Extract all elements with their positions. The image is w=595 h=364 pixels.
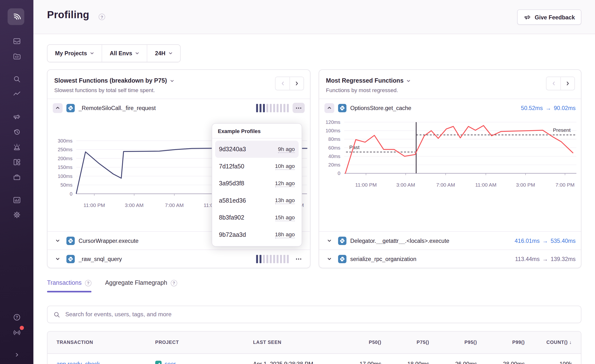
- profile-item[interactable]: 9b72aa3d 18h ago: [215, 226, 298, 243]
- expand-row-button[interactable]: [53, 254, 63, 264]
- sort-desc-icon: ↓: [569, 340, 572, 345]
- function-name: Delegator.__getattr__.<locals>.execute: [350, 237, 511, 244]
- before-value: 113.44ms: [515, 256, 539, 262]
- profile-item[interactable]: a581ed36 13h ago: [215, 192, 298, 209]
- col-last-seen[interactable]: LAST SEEN: [253, 340, 334, 345]
- slowest-functions-subtitle: Slowest functions by total self time spe…: [54, 87, 303, 93]
- row-actions-button[interactable]: [293, 254, 305, 264]
- filter-bar: My Projects All Envs 24H: [47, 44, 181, 62]
- col-project[interactable]: PROJECT: [155, 340, 253, 345]
- sidebar-item-explore[interactable]: [12, 74, 21, 84]
- whats-new-button[interactable]: [12, 327, 21, 337]
- next-page-button[interactable]: [289, 77, 304, 90]
- table-row[interactable]: app.ready_check seer Apr 1, 2025 9:28:38…: [48, 354, 581, 364]
- profile-id[interactable]: a581ed36: [219, 197, 246, 204]
- sidebar-item-settings[interactable]: [12, 210, 21, 219]
- most-regressed-title[interactable]: Most Regressed Functions: [326, 77, 574, 84]
- sidebar-item-performance[interactable]: [12, 89, 21, 99]
- regressed-function-row[interactable]: serialize_rpc_organization 113.44ms → 13…: [319, 250, 581, 268]
- profile-item[interactable]: 7d12fa50 10h ago: [215, 158, 298, 175]
- sentry-logo[interactable]: [8, 8, 24, 25]
- sidebar-item-releases[interactable]: [12, 173, 21, 182]
- give-feedback-button[interactable]: Give Feedback: [517, 9, 581, 25]
- col-p99[interactable]: P99(): [477, 340, 525, 345]
- profile-item[interactable]: 8b3fa902 15h ago: [215, 209, 298, 226]
- transaction-link[interactable]: app.ready_check: [56, 361, 100, 364]
- example-profiles-dropdown: Example Profiles 9d3240a3 9h ago 7d12fa5…: [212, 123, 302, 247]
- function-name: serialize_rpc_organization: [350, 256, 511, 262]
- sidebar-item-dashboards[interactable]: [12, 157, 21, 166]
- sidebar-item-feedback[interactable]: [12, 112, 21, 121]
- col-p50[interactable]: P50(): [334, 340, 381, 345]
- chevron-right-icon: [294, 81, 299, 86]
- search-input[interactable]: [64, 311, 575, 318]
- environment-filter[interactable]: All Envs: [102, 45, 147, 62]
- expand-row-button[interactable]: [53, 236, 63, 246]
- tab-transactions[interactable]: Transactions ?: [47, 279, 91, 292]
- sidebar-item-issues[interactable]: [12, 36, 21, 46]
- slowest-functions-title[interactable]: Slowest Functions (breakdown by P75): [54, 77, 303, 84]
- help-button[interactable]: ?: [12, 313, 21, 322]
- project-link[interactable]: seer: [165, 361, 176, 364]
- date-range-filter[interactable]: 24H: [147, 45, 180, 62]
- expand-row-button[interactable]: [324, 236, 334, 246]
- sidebar-item-projects[interactable]: [12, 52, 21, 61]
- project-cell[interactable]: seer: [155, 361, 253, 364]
- after-value: 90.02ms: [554, 105, 576, 111]
- prev-page-button[interactable]: [547, 77, 561, 90]
- regression-values[interactable]: 416.01ms → 535.40ms: [515, 237, 576, 244]
- next-page-button[interactable]: [561, 77, 575, 90]
- trendline-icon: [12, 90, 21, 98]
- profile-id[interactable]: 9d3240a3: [219, 146, 246, 153]
- chevron-down-icon: [55, 256, 60, 261]
- tab-help-icon[interactable]: ?: [171, 280, 177, 286]
- projects-icon: [12, 52, 21, 61]
- sentry-logo-icon: [10, 11, 22, 22]
- col-count[interactable]: COUNT()↓: [525, 340, 572, 345]
- sidebar-item-replays[interactable]: [12, 127, 21, 136]
- tab-aggregate-flamegraph[interactable]: Aggregate Flamegraph ?: [105, 279, 177, 292]
- page-title: Profiling: [47, 9, 89, 21]
- col-transaction[interactable]: TRANSACTION: [56, 340, 155, 345]
- profile-id[interactable]: 3a95d3f8: [219, 180, 244, 187]
- collapse-sidebar-button[interactable]: [12, 350, 21, 359]
- last-seen-cell: Apr 1, 2025 9:28:38 PM: [253, 361, 334, 364]
- environment-filter-label: All Envs: [110, 50, 132, 57]
- most-regressed-chart: 020ms40ms60ms80ms100ms120ms11:00 PM3:00 …: [319, 117, 581, 189]
- regressed-function-row[interactable]: OptionsStore.get_cache 50.52ms → 90.02ms: [319, 99, 581, 117]
- regression-values[interactable]: 113.44ms → 139.32ms: [515, 256, 576, 262]
- tab-help-icon[interactable]: ?: [85, 280, 92, 286]
- expand-row-button[interactable]: [324, 254, 334, 264]
- profile-id[interactable]: 8b3fa902: [219, 214, 244, 221]
- most-regressed-title-label: Most Regressed Functions: [326, 77, 403, 84]
- tab-aggregate-flamegraph-label: Aggregate Flamegraph: [105, 279, 167, 286]
- regression-values[interactable]: 50.52ms → 90.02ms: [521, 105, 576, 111]
- collapse-row-button[interactable]: [324, 103, 334, 113]
- svg-text:0: 0: [338, 171, 340, 176]
- col-p95[interactable]: P95(): [429, 340, 477, 345]
- profile-time: 9h ago: [278, 146, 295, 153]
- regressed-function-row[interactable]: Delegator.__getattr__.<locals>.execute 4…: [319, 231, 581, 250]
- chevron-up-icon: [55, 105, 60, 110]
- sidebar-item-stats[interactable]: [12, 195, 21, 205]
- svg-text:80ms: 80ms: [328, 136, 340, 142]
- slowest-functions-header: Slowest Functions (breakdown by P75) Slo…: [48, 70, 310, 99]
- profile-time: 18h ago: [275, 231, 295, 238]
- profile-count-bars: [256, 104, 289, 112]
- project-filter[interactable]: My Projects: [48, 45, 102, 62]
- profile-item[interactable]: 9d3240a3 9h ago: [215, 141, 298, 158]
- row-actions-button[interactable]: [293, 103, 305, 113]
- sidebar-item-alerts[interactable]: [12, 142, 21, 151]
- collapse-row-button[interactable]: [53, 103, 63, 113]
- slowest-function-row[interactable]: _RemoteSiloCall._fire_request: [48, 99, 310, 117]
- page-title-help-icon[interactable]: ?: [99, 14, 105, 20]
- profile-id[interactable]: 7d12fa50: [219, 163, 244, 170]
- profile-item[interactable]: 3a95d3f8 12h ago: [215, 175, 298, 192]
- slowest-function-row[interactable]: _raw_snql_query: [48, 250, 310, 268]
- siren-icon: [12, 142, 21, 151]
- profile-id[interactable]: 9b72aa3d: [219, 231, 246, 238]
- chevron-left-icon: [551, 81, 556, 86]
- col-p75[interactable]: P75(): [381, 340, 429, 345]
- svg-text:200ms: 200ms: [58, 156, 72, 161]
- prev-page-button[interactable]: [275, 77, 289, 90]
